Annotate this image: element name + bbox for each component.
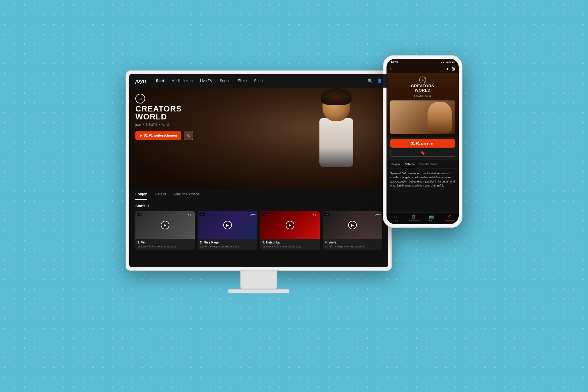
battery-icon: 19 bbox=[452, 61, 454, 64]
phone-back-button[interactable]: < bbox=[390, 66, 392, 71]
ep4-badge: 17 bbox=[324, 213, 330, 216]
phone-frame: 10:59 ▲▲ WiFi 19 < ⬆ 📡 bbox=[383, 55, 462, 228]
phone-hero-image bbox=[390, 100, 455, 134]
ep3-brand: joyn bbox=[313, 213, 318, 216]
phone-bottom-entdecken[interactable]: ⊙ Entdecken bbox=[441, 214, 459, 222]
user-icon[interactable]: 👤 bbox=[377, 78, 382, 83]
phone-navbar: < ⬆ 📡 bbox=[386, 65, 459, 73]
nav-item-sport[interactable]: Sport bbox=[254, 79, 263, 83]
hero-dot1: • bbox=[143, 123, 144, 126]
search-icon[interactable]: 🔍 bbox=[368, 78, 373, 83]
person-head bbox=[322, 91, 350, 121]
livetv-icon: 📺 bbox=[429, 214, 434, 219]
ep2-play-icon[interactable]: ▶ bbox=[223, 221, 232, 229]
entdecken-label: Entdecken bbox=[445, 220, 455, 222]
episode-thumb-3: 12 joyn ▶ bbox=[260, 211, 320, 239]
hero-dot2: • bbox=[159, 123, 160, 126]
phone-bottom-livetv[interactable]: 📺 Live TV bbox=[423, 214, 441, 222]
episode-card-4[interactable]: 17 joyn ▶ 4: Veyla 17 Min. • Folge vom 0… bbox=[323, 211, 382, 250]
bookmark-button[interactable]: 🔖 bbox=[184, 131, 193, 140]
person-hair bbox=[321, 88, 352, 105]
phone-screen: 10:59 ▲▲ WiFi 19 < ⬆ 📡 bbox=[386, 59, 459, 224]
signal-icon: ▲▲ bbox=[440, 61, 445, 64]
wifi-icon: WiFi bbox=[446, 61, 451, 64]
phone-tab-details[interactable]: Details bbox=[402, 160, 417, 168]
tab-details[interactable]: Details bbox=[155, 192, 166, 200]
phone-logo-world: WORLD bbox=[415, 88, 431, 92]
desktop-navbar: joyn Start Mediatheken Live TV Serien Fi… bbox=[129, 74, 388, 88]
person-body bbox=[319, 118, 353, 167]
phone-logo-creators: CREATORS bbox=[411, 84, 434, 88]
hero-person bbox=[303, 91, 370, 189]
episode-thumb-4: 17 joyn ▶ bbox=[323, 211, 382, 239]
phone-status-bar: 10:59 ▲▲ WiFi 19 bbox=[386, 59, 459, 65]
hero-seasons: 1 Staffel bbox=[146, 123, 157, 126]
ep2-title: 2: Miss Rage bbox=[200, 241, 255, 244]
ep4-meta: 17 Min. • Folge vom 08.09.2023 bbox=[325, 245, 380, 248]
scene: joyn Start Mediatheken Live TV Serien Fi… bbox=[126, 55, 462, 337]
nav-item-mediatheken[interactable]: Mediatheken bbox=[172, 79, 193, 83]
phone-tabs: Folgen Details Ähnliche Videos bbox=[386, 160, 459, 168]
phone-status-icons: ▲▲ WiFi 19 bbox=[440, 61, 454, 64]
phone-nav-icons: ⬆ 📡 bbox=[446, 67, 456, 71]
phone-cast-icon[interactable]: 📡 bbox=[451, 67, 456, 71]
phone-bottom-nav: ⌂ Start ▦ Mediatheken 📺 Live TV ⊙ Entdec… bbox=[386, 212, 459, 224]
nav-item-livetv[interactable]: Live TV bbox=[200, 79, 212, 83]
phone-hero: ☺ CREATORS WORLD 1 Staffel • Ab 12 bbox=[386, 73, 459, 137]
nav-item-start[interactable]: Start bbox=[156, 79, 164, 83]
ep4-title: 4: Veyla bbox=[325, 241, 380, 244]
episode-card-2[interactable]: 12 joyn ▶ 2: Miss Rage 16 Min. • Folge v… bbox=[198, 211, 257, 250]
phone-upload-icon[interactable]: ⬆ bbox=[446, 67, 449, 71]
phone-bottom-start[interactable]: ⌂ Start bbox=[386, 214, 405, 222]
phone-tab-folgen[interactable]: Folgen bbox=[389, 160, 402, 168]
ep1-meta: 16 Min. • Folge vom 08.09.2023 bbox=[138, 245, 193, 248]
episodes-section: Staffel 1 12 joyn ▶ 1: Veni bbox=[129, 200, 388, 255]
nav-item-filme[interactable]: Filme bbox=[238, 79, 247, 83]
episode-thumb-2: 12 joyn ▶ bbox=[198, 211, 257, 239]
tab-folgen[interactable]: Folgen bbox=[135, 192, 147, 200]
phone-play-button[interactable]: S1 F1 ansehen bbox=[390, 139, 455, 148]
home-icon: ⌂ bbox=[394, 214, 397, 219]
ep4-play-icon[interactable]: ▶ bbox=[348, 221, 357, 229]
play-button[interactable]: ▶ S1 F1 weiterschauen bbox=[135, 131, 181, 140]
phone-logo-icon: ☺ bbox=[419, 77, 426, 83]
hero-metadata: joyn • 1 Staffel • Ab 12 bbox=[135, 123, 193, 126]
phone-time: 10:59 bbox=[391, 61, 398, 64]
hero-brand: joyn bbox=[135, 123, 141, 126]
ep3-play-icon[interactable]: ▶ bbox=[286, 221, 294, 229]
play-icon: ▶ bbox=[140, 134, 142, 138]
phone-tab-aehnliche[interactable]: Ähnliche Videos bbox=[416, 160, 441, 168]
mobile-phone: 10:59 ▲▲ WiFi 19 < ⬆ 📡 bbox=[383, 55, 462, 228]
nav-icons: 🔍 👤 bbox=[368, 78, 382, 83]
ep3-title: 3: Hatschka bbox=[262, 241, 318, 244]
episode-info-3: 3: Hatschka 16 Min. • Folge vom 08.09.20… bbox=[260, 239, 320, 250]
ep1-badge: 12 bbox=[137, 213, 142, 216]
phone-action-buttons: S1 F1 ansehen 🔖 bbox=[386, 137, 459, 160]
episode-card-1[interactable]: 12 joyn ▶ 1: Veni 16 Min. • Folge vom 08… bbox=[135, 211, 195, 250]
home-label: Start bbox=[393, 220, 398, 222]
episodes-grid: 12 joyn ▶ 1: Veni 16 Min. • Folge vom 08… bbox=[135, 211, 382, 250]
tab-aehnliche[interactable]: Ähnliche Videos bbox=[173, 192, 200, 200]
monitor-base bbox=[228, 289, 289, 293]
ep1-brand: joyn bbox=[188, 213, 193, 216]
phone-details-section: Spielend Geld verdienen, um die Welt rei… bbox=[386, 168, 459, 212]
season-label: Staffel 1 bbox=[135, 204, 382, 208]
phone-bookmark-button[interactable]: 🔖 bbox=[390, 149, 455, 157]
nav-item-serien[interactable]: Serien bbox=[220, 79, 231, 83]
monitor-screen: joyn Start Mediatheken Live TV Serien Fi… bbox=[129, 74, 388, 267]
ep1-play-icon[interactable]: ▶ bbox=[161, 221, 169, 229]
ep2-badge: 12 bbox=[199, 213, 205, 216]
hero-section: ☺ CREATORS WORLD joyn • 1 Staffel • Ab 1… bbox=[129, 88, 388, 189]
phone-bookmark-icon: 🔖 bbox=[420, 151, 425, 155]
phone-bottom-mediatheken[interactable]: ▦ Mediatheken bbox=[405, 214, 423, 222]
logo-smiley-icon: ☺ bbox=[135, 94, 145, 104]
joyn-logo[interactable]: joyn bbox=[135, 78, 146, 84]
phone-logo-area: ☺ CREATORS WORLD bbox=[411, 77, 434, 93]
hero-buttons: ▶ S1 F1 weiterschauen 🔖 bbox=[135, 131, 193, 140]
play-button-label: S1 F1 weiterschauen bbox=[144, 134, 177, 137]
ep2-meta: 16 Min. • Folge vom 08.09.2023 bbox=[200, 245, 255, 248]
episode-card-3[interactable]: 12 joyn ▶ 3: Hatschka 16 Min. • Folge vo… bbox=[260, 211, 320, 250]
logo-creators: CREATORS bbox=[135, 105, 182, 113]
episode-info-2: 2: Miss Rage 16 Min. • Folge vom 08.09.2… bbox=[198, 239, 257, 250]
episode-info-4: 4: Veyla 17 Min. • Folge vom 08.09.2023 bbox=[323, 239, 382, 250]
